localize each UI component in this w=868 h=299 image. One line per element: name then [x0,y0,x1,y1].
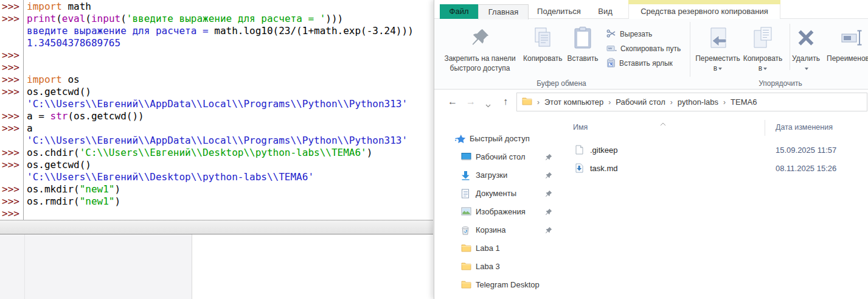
console-code-text: a [24,122,33,135]
cut-button[interactable]: Вырезать [606,27,681,41]
pin-to-quick-access-button[interactable]: Закрепить на панели быстрого доступа [437,22,523,73]
console-prompt: >>> [0,208,24,220]
sidebar-item-label: Быстрый доступ [470,134,530,143]
console-prompt: >>> [0,122,24,135]
background-app-area [0,234,434,299]
console-prompt [0,171,24,183]
sidebar-item-telegram-desktop[interactable]: Telegram Desktop [434,276,566,294]
forward-button[interactable]: → [465,96,477,107]
scissors-icon [606,29,616,40]
code-token-str: 'введите выражение для расчета = ' [127,13,326,24]
console-line: 'C:\\Users\\Евгений\\AppData\\Local\\Pro… [0,135,433,147]
console-code-text: os.mkdir("new1") [24,183,120,195]
breadcrumb-segment[interactable]: Рабочий стол [616,97,665,107]
sidebar-item-laba-1[interactable]: Laba 1 [434,239,566,258]
rename-button[interactable]: Переименовать [827,22,868,63]
code-token-bi: eval [62,13,86,24]
file-name: .gitkeep [590,146,618,155]
sidebar-item-laba-3[interactable]: Laba 3 [434,258,566,276]
copy-button[interactable]: Копировать [523,22,562,63]
console-line: >>>import os [0,74,433,86]
console-text-area[interactable]: >>>import math>>>print(eval(input('введи… [0,0,433,220]
breadcrumb[interactable]: ›Этот компьютер›Рабочий стол›python-labs… [516,93,867,111]
code-token-code: os.mkdir( [27,183,80,195]
code-token-out: 'C:\\Users\\Евгений\\Desktop\\python-lab… [27,171,314,183]
copy-path-button[interactable]: Скопировать путь [606,41,681,56]
folder-icon [461,262,471,270]
sidebar-item-загрузки[interactable]: Загрузки [434,166,566,185]
console-code-text: a = str(os.getcwd()) [24,110,144,122]
rename-icon [827,22,868,54]
downloads-icon [461,171,470,180]
code-token-code: os [62,74,80,85]
column-header-name[interactable]: Имя [573,123,588,132]
chevron-down-icon [718,68,722,70]
sidebar-item-label: Изображения [476,207,526,216]
breadcrumb-segments: ›Этот компьютер›Рабочий стол›python-labs… [537,97,757,107]
screen: >>>import math>>>print(eval(input('введи… [0,0,868,299]
console-code-text: os.chdir('C:\\Users\\Евгений\\Desktop\\p… [24,147,372,159]
console-code-text [24,62,27,74]
tab-share[interactable]: Поделиться [534,4,584,19]
pin-icon [545,190,552,199]
breadcrumb-segment[interactable]: python-labs [678,97,718,107]
sidebar-item[interactable] [434,294,566,299]
code-token-code: (os.getcwd()) [68,110,144,122]
console-code-text: 'C:\\Users\\Евгений\\Desktop\\python-lab… [24,171,314,183]
copy-path-button-label: Скопировать путь [620,44,681,53]
recent-locations-chevron[interactable] [482,99,494,110]
paste-shortcut-button[interactable]: Вставить ярлык [606,56,681,71]
pin-icon [545,208,552,217]
sidebar-item-быстрый-доступ[interactable]: Быстрый доступ [434,130,566,148]
file-row-task.md[interactable]: task.md08.11.2025 15:26 [568,161,866,177]
up-button[interactable]: ↑ [499,96,512,107]
copy-to-button[interactable]: Копировать в [742,22,783,73]
breadcrumb-segment[interactable]: Этот компьютер [544,97,603,107]
delete-button-label: Удалить [790,54,822,63]
code-token-code: ( [56,13,62,24]
file-date-modified: 15.09.2025 11:57 [776,146,836,155]
tab-file[interactable]: Файл [440,4,478,19]
code-token-code: os.rmdir( [27,195,80,207]
console-line: >>>os.rmdir("new1") [0,195,433,208]
file-arrow-icon [575,163,583,175]
console-line: 'C:\\Users\\Евгений\\AppData\\Local\\Pro… [0,98,433,110]
column-header-date-modified[interactable]: Дата изменения [776,123,833,132]
console-prompt: >>> [0,195,24,208]
file-row-.gitkeep[interactable]: .gitkeep15.09.2025 11:57 [568,142,866,158]
console-line: >>> [0,49,433,62]
sidebar-item-документы[interactable]: Документы [434,185,566,203]
breadcrumb-segment[interactable]: TEMA6 [731,97,757,107]
column-separator[interactable] [765,120,765,136]
sort-ascending-icon [660,119,666,128]
move-to-button[interactable]: Переместить в [693,22,742,73]
sidebar-item-изображения[interactable]: Изображения [434,203,566,221]
delete-button[interactable]: Удалить [790,22,822,73]
tab-backup-tools[interactable]: Средства резервного копирования [628,4,780,19]
paste-button[interactable]: Вставить [563,22,602,63]
back-button[interactable]: ← [446,96,459,107]
tab-view[interactable]: Вид [594,4,617,19]
navigation-pane: Быстрый доступРабочий столЗагрузкиДокуме… [434,116,566,299]
code-token-kw: import [27,1,62,12]
code-token-out: 'C:\\Users\\Евгений\\AppData\\Local\\Pro… [27,98,408,110]
paste-shortcut-icon [606,58,616,69]
sidebar-item-корзина[interactable]: Корзина [434,221,566,239]
pin-icon [545,227,552,236]
sidebar-item-рабочий-стол[interactable]: Рабочий стол [434,148,566,166]
sidebar-item-label: Laba 3 [476,262,500,271]
code-token-code: os.chdir( [27,147,80,158]
paste-shortcut-button-label: Вставить ярлык [619,59,673,68]
pics-icon [461,207,471,216]
console-lines: >>>import math>>>print(eval(input('введи… [0,1,433,220]
console-line: >>> [0,62,433,74]
breadcrumb-separator-icon: › [608,98,611,107]
breadcrumb-separator-icon: › [723,98,726,107]
tab-home[interactable]: Главная [478,4,529,19]
file-name: task.md [590,164,618,173]
console-prompt: >>> [0,74,24,86]
console-splitter-bar[interactable] [0,220,433,234]
console-line: >>>print(eval(input('введите выражение д… [0,13,433,25]
console-prompt: >>> [0,13,24,25]
console-line: 1.34504378689765 [0,37,433,49]
